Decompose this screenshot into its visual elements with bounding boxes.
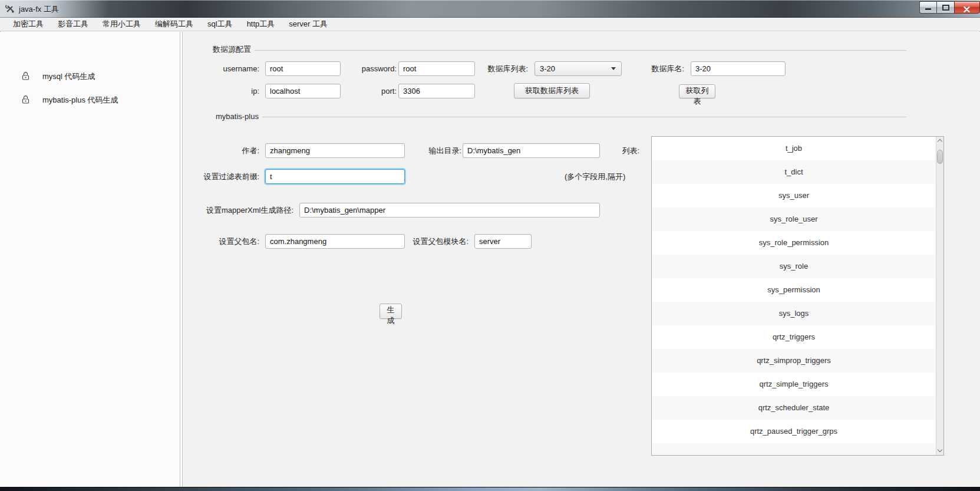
table-row[interactable]: sys_user (652, 184, 936, 207)
scroll-down-icon[interactable] (938, 449, 942, 453)
fetch-databases-button[interactable]: 获取数据库列表 (514, 83, 590, 98)
mybatis-group-header: mybatis-plus (216, 112, 906, 121)
ip-input[interactable] (265, 84, 341, 98)
menu-item-1[interactable]: 加密工具 (6, 17, 51, 31)
close-button[interactable] (954, 1, 980, 14)
db-name-input[interactable] (691, 61, 786, 76)
table-list: t_jobt_dictsys_usersys_role_usersys_role… (651, 136, 944, 456)
minimize-icon (925, 8, 931, 10)
maximize-button[interactable] (936, 1, 955, 14)
sidebar: mysql 代码生成mybatis-plus 代码生成 (0, 32, 180, 487)
scroll-up-icon[interactable] (938, 139, 942, 143)
list-filler-row (652, 443, 936, 456)
db-list-combobox[interactable]: 3-20 (534, 61, 622, 76)
lock-icon (21, 71, 30, 81)
datasource-group-header: 数据源配置 (213, 44, 906, 55)
prefix-label: 设置过滤表前缀: (194, 169, 259, 184)
window-bottom-border (0, 487, 980, 491)
table-list-label: 列表: (607, 143, 639, 158)
table-row[interactable]: sys_role_permission (652, 231, 936, 255)
datasource-group-line (255, 50, 906, 51)
table-row[interactable]: qrtz_paused_trigger_grps (652, 420, 936, 443)
menu-item-5[interactable]: sql工具 (200, 17, 240, 31)
output-dir-input[interactable] (463, 143, 600, 158)
chevron-up-glyph (938, 139, 942, 144)
mybatis-group-line (262, 117, 906, 117)
password-label: password: (339, 61, 397, 76)
sidebar-item-label: mybatis-plus 代码生成 (42, 95, 118, 106)
table-row[interactable]: sys_role_user (652, 207, 936, 231)
table-row[interactable]: sys_logs (652, 302, 936, 325)
sidebar-item-label: mysql 代码生成 (42, 71, 95, 82)
port-label: port: (339, 84, 397, 98)
author-input[interactable] (265, 143, 405, 158)
generate-button[interactable]: 生成 (380, 304, 402, 319)
close-icon (963, 4, 970, 15)
table-list-rows: t_jobt_dictsys_usersys_role_usersys_role… (652, 137, 936, 455)
output-dir-label: 输出目录: (413, 143, 461, 158)
app-window: java-fx 工具 加密工具影音工具常用小工具编解码工具sql工具http工具… (0, 0, 980, 491)
username-input[interactable] (265, 61, 341, 76)
author-label: 作者: (200, 143, 259, 158)
table-row[interactable]: sys_permission (652, 278, 936, 302)
table-row[interactable]: t_job (652, 137, 936, 160)
parent-package-input[interactable] (265, 234, 405, 249)
window-title: java-fx 工具 (19, 4, 59, 15)
table-row[interactable]: qrtz_simprop_triggers (652, 349, 936, 373)
mapper-path-input[interactable] (299, 203, 600, 218)
datasource-group-title: 数据源配置 (213, 44, 251, 55)
table-row[interactable]: t_dict (652, 160, 936, 184)
lock-icon (21, 95, 30, 104)
password-input[interactable] (398, 61, 475, 76)
ip-label: ip: (200, 84, 259, 98)
chevron-down-glyph (938, 447, 942, 452)
prefix-hint: (多个字段用,隔开) (565, 169, 625, 184)
port-input[interactable] (398, 84, 475, 98)
menu-item-3[interactable]: 常用小工具 (95, 17, 148, 31)
sidebar-item-2[interactable]: mybatis-plus 代码生成 (0, 92, 180, 108)
db-list-combobox-value: 3-20 (535, 64, 611, 73)
db-list-label: 数据库列表: (477, 61, 528, 76)
mybatis-group-title: mybatis-plus (216, 112, 259, 121)
mapper-path-label: 设置mapperXml生成路径: (194, 203, 293, 218)
table-list-scrollbar[interactable] (936, 137, 943, 455)
scrollbar-thumb[interactable] (937, 150, 943, 164)
table-row[interactable]: qrtz_triggers (652, 325, 936, 349)
menu-item-2[interactable]: 影音工具 (51, 17, 95, 31)
chevron-down-icon (611, 67, 616, 70)
parent-package-label: 设置父包名: (200, 234, 259, 249)
menu-item-7[interactable]: server 工具 (282, 17, 335, 31)
maximize-icon (942, 5, 949, 11)
prefix-input[interactable] (265, 169, 405, 184)
title-bar[interactable]: java-fx 工具 (0, 0, 980, 18)
username-label: username: (200, 61, 259, 76)
table-row[interactable]: qrtz_simple_triggers (652, 373, 936, 396)
module-name-input[interactable] (474, 234, 532, 249)
menu-bar: 加密工具影音工具常用小工具编解码工具sql工具http工具server 工具 (0, 18, 980, 31)
menu-item-4[interactable]: 编解码工具 (148, 17, 200, 31)
table-row[interactable]: qrtz_scheduler_state (652, 396, 936, 420)
menu-item-6[interactable]: http工具 (240, 17, 282, 31)
table-row[interactable]: sys_role (652, 255, 936, 278)
minimize-button[interactable] (919, 1, 938, 14)
app-icon (5, 4, 15, 14)
fetch-tables-button[interactable]: 获取列表 (679, 84, 715, 98)
module-name-label: 设置父包模块名: (413, 234, 468, 249)
sidebar-item-1[interactable]: mysql 代码生成 (0, 68, 180, 85)
db-name-label: 数据库名: (633, 61, 684, 76)
